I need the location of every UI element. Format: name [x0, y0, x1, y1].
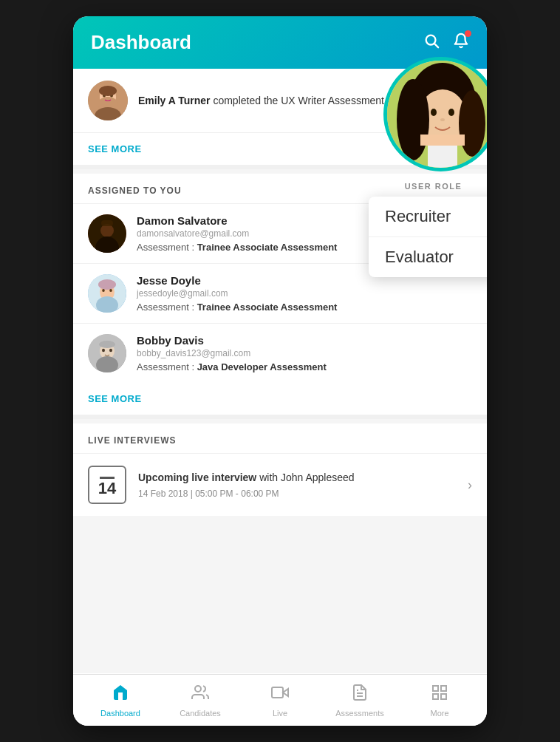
assessments-label: Assessments [335, 709, 383, 718]
user-role-section: USER ROLE Recruiter Evaluator [369, 182, 487, 277]
live-label: Live [273, 709, 287, 718]
svg-rect-30 [433, 686, 438, 691]
notification-icon[interactable] [453, 33, 469, 53]
svg-point-40 [448, 109, 454, 116]
svg-point-22 [99, 341, 115, 348]
dashboard-icon [112, 684, 129, 706]
nav-candidates[interactable]: Candidates [160, 679, 240, 722]
more-label: More [430, 709, 448, 718]
svg-point-25 [195, 686, 201, 692]
bobby-info: Bobby Davis bobby_davis123@gmail.com Ass… [137, 334, 472, 372]
emily-avatar-svg [88, 81, 128, 120]
notif-action: completed the UX Writer Assessment [211, 95, 385, 106]
interview-info: Upcoming live interview with John Apples… [138, 471, 456, 499]
candidates-icon [191, 684, 209, 706]
header-icons [423, 33, 469, 53]
profile-overlay: USER ROLE Recruiter Evaluator [369, 57, 487, 277]
nav-assessments[interactable]: Assessments [320, 679, 400, 722]
page-title: Dashboard [91, 31, 191, 54]
svg-rect-12 [101, 220, 113, 226]
jesse-info: Jesse Doyle jessedoyle@gmail.com Assessm… [137, 274, 472, 313]
candidates-label: Candidates [180, 709, 221, 718]
emily-avatar [88, 81, 128, 120]
nav-live[interactable]: Live [240, 679, 320, 722]
svg-point-18 [109, 289, 112, 292]
user-role-label: USER ROLE [369, 182, 487, 191]
assigned-see-more[interactable]: SEE MORE [73, 383, 487, 419]
svg-point-17 [102, 289, 105, 292]
bobby-assessment: Assessment : Java Developer Assessment [137, 361, 472, 372]
role-option-evaluator[interactable]: Evaluator [369, 237, 487, 277]
svg-rect-27 [272, 687, 283, 698]
interview-title: Upcoming live interview with John Apples… [138, 471, 456, 486]
svg-rect-31 [441, 686, 446, 691]
bobby-avatar [88, 334, 126, 372]
calendar-icon: ▬▬ 14 [88, 466, 126, 504]
bobby-name: Bobby Davis [137, 334, 472, 347]
notif-name: Emily A Turner [138, 95, 211, 106]
dashboard-label: Dashboard [100, 709, 140, 718]
svg-rect-32 [433, 694, 438, 699]
svg-point-41 [440, 118, 445, 121]
damon-avatar [88, 214, 126, 253]
live-section: LIVE INTERVIEWS ▬▬ 14 Upcoming live inte… [73, 423, 487, 516]
svg-line-1 [434, 44, 438, 47]
role-dropdown: Recruiter Evaluator [369, 197, 487, 277]
more-icon [431, 684, 448, 706]
nav-more[interactable]: More [400, 679, 479, 722]
svg-point-38 [459, 90, 485, 157]
jesse-assessment: Assessment : Trainee Associate Assessmen… [137, 302, 472, 313]
bottom-navigation: Dashboard Candidates Live [73, 674, 487, 726]
jesse-avatar [88, 274, 126, 313]
svg-marker-26 [283, 689, 288, 696]
nav-dashboard[interactable]: Dashboard [81, 679, 160, 722]
live-icon [271, 684, 289, 706]
interview-chevron: › [468, 477, 472, 493]
interview-item[interactable]: ▬▬ 14 Upcoming live interview with John … [73, 453, 487, 516]
svg-point-24 [109, 349, 112, 352]
candidate-item-bobby[interactable]: Bobby Davis bobby_davis123@gmail.com Ass… [73, 323, 487, 383]
search-icon[interactable] [423, 33, 440, 53]
jesse-email: jessedoyle@gmail.com [137, 288, 472, 299]
svg-point-37 [397, 79, 429, 160]
profile-avatar [383, 57, 487, 171]
live-title: LIVE INTERVIEWS [73, 423, 487, 453]
svg-point-39 [431, 109, 437, 116]
svg-point-16 [98, 279, 116, 290]
svg-point-23 [102, 349, 105, 352]
interview-time: 14 Feb 2018 | 05:00 PM - 06:00 PM [138, 489, 456, 499]
svg-rect-33 [441, 694, 446, 699]
bobby-email: bobby_davis123@gmail.com [137, 348, 472, 358]
assessments-icon [351, 684, 369, 706]
svg-rect-43 [420, 135, 465, 146]
role-option-recruiter[interactable]: Recruiter [369, 197, 487, 237]
notification-badge [465, 30, 471, 37]
svg-point-8 [99, 86, 117, 96]
